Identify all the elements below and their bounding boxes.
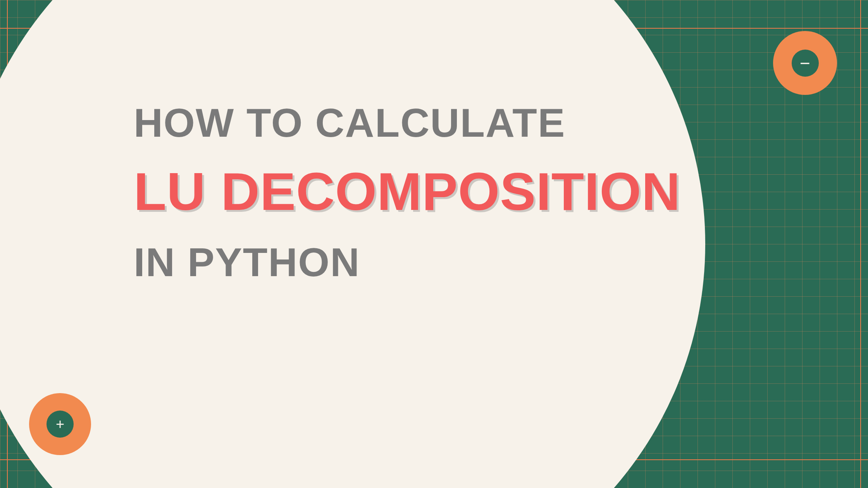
minus-ring-icon: − <box>773 31 837 95</box>
headline-block: HOW TO CALCULATE LU DECOMPOSITION IN PYT… <box>134 103 754 282</box>
plus-symbol: + <box>46 411 74 438</box>
headline-line-3: IN PYTHON <box>134 242 754 282</box>
frame-line-right <box>860 0 861 488</box>
plus-ring-icon: + <box>29 393 91 455</box>
minus-symbol: − <box>792 50 819 77</box>
headline-line-1: HOW TO CALCULATE <box>134 103 754 143</box>
headline-line-2: LU DECOMPOSITION <box>134 164 754 219</box>
